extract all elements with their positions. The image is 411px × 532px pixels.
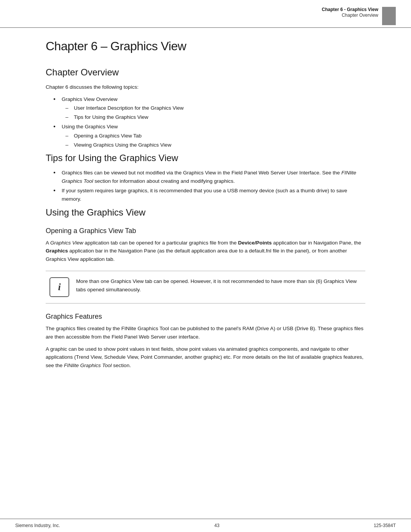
opening-para-part2: application tab can be opened for a part… [83, 240, 238, 246]
opening-para-italic1: Graphics View [50, 240, 83, 246]
info-box-text: More than one Graphics View tab can be o… [76, 277, 362, 294]
header-right: Chapter 6 - Graphics View Chapter Overvi… [322, 7, 379, 18]
info-box: i More than one Graphics View tab can be… [46, 271, 365, 304]
graphics-features-para2: A graphic can be used to show point valu… [46, 345, 365, 370]
graphics-features-heading: Graphics Features [46, 313, 365, 321]
page-footer: Siemens Industry, Inc. 43 125-3584T [0, 519, 411, 532]
opening-para-bold1: Device/Points [238, 240, 272, 246]
gf-para2-part2: section. [112, 363, 131, 368]
list-item: Graphics files can be viewed but not mod… [53, 169, 365, 185]
gf-para2-italic: FINlite Graphics Tool [64, 363, 112, 368]
tips-section: Tips for Using the Graphics View Graphic… [46, 153, 365, 203]
list-item: User Interface Description for the Graph… [65, 104, 365, 112]
info-icon-box: i [49, 277, 69, 297]
chapter-overview-heading: Chapter Overview [46, 67, 365, 78]
tip-2-text: If your system requires large graphics, … [62, 188, 347, 202]
list-item: Graphics View Overview User Interface De… [53, 95, 365, 121]
topic-2-sub: Opening a Graphics View Tab Viewing Grap… [65, 132, 365, 149]
info-icon: i [58, 281, 61, 293]
footer-left: Siemens Industry, Inc. [15, 523, 60, 528]
tips-bullets: Graphics files can be viewed but not mod… [53, 169, 365, 203]
tips-heading: Tips for Using the Graphics View [46, 153, 365, 163]
topic-1-sub: User Interface Description for the Graph… [65, 104, 365, 121]
list-item: Opening a Graphics View Tab [65, 132, 365, 140]
tip-1-after: section for information about creating a… [93, 178, 235, 184]
chapter-title: Chapter 6 – Graphics View [46, 39, 365, 53]
chapter-overview-section: Chapter Overview Chapter 6 discusses the… [46, 67, 365, 149]
tip-1-before: Graphics files can be viewed but not mod… [62, 170, 341, 176]
list-item: Tips for Using the Graphics View [65, 113, 365, 121]
header-tab-marker [382, 7, 396, 25]
page-header: Chapter 6 - Graphics View Chapter Overvi… [0, 0, 411, 28]
topic-1-label: Graphics View Overview [62, 96, 118, 102]
opening-para-part1: A [46, 240, 50, 246]
using-section: Using the Graphics View Opening a Graphi… [46, 207, 365, 370]
header-chapter-label: Chapter 6 - Graphics View [322, 7, 379, 12]
list-item: Using the Graphics View Opening a Graphi… [53, 123, 365, 149]
footer-right: 125-3584T [374, 523, 396, 528]
opening-tab-para: A Graphics View application tab can be o… [46, 239, 365, 264]
opening-para-bold2: Graphics [46, 248, 68, 254]
graphics-features-para1: The graphics files created by the FINlit… [46, 324, 365, 341]
list-item: If your system requires large graphics, … [53, 187, 365, 203]
topic-2-label: Using the Graphics View [62, 124, 118, 129]
chapter-overview-intro: Chapter 6 discusses the following topics… [46, 83, 365, 91]
footer-page-number: 43 [214, 523, 219, 528]
using-heading: Using the Graphics View [46, 207, 365, 218]
list-item: Viewing Graphics Using the Graphics View [65, 141, 365, 149]
opening-para-part3: application bar in Navigation Pane, the [272, 240, 361, 246]
header-section-label: Chapter Overview [322, 13, 379, 18]
opening-tab-heading: Opening a Graphics View Tab [46, 227, 365, 235]
chapter-overview-topics: Graphics View Overview User Interface De… [53, 95, 365, 149]
opening-para-part4: application bar in the Navigation Pane (… [46, 248, 347, 262]
main-content: Chapter 6 – Graphics View Chapter Overvi… [0, 28, 411, 396]
